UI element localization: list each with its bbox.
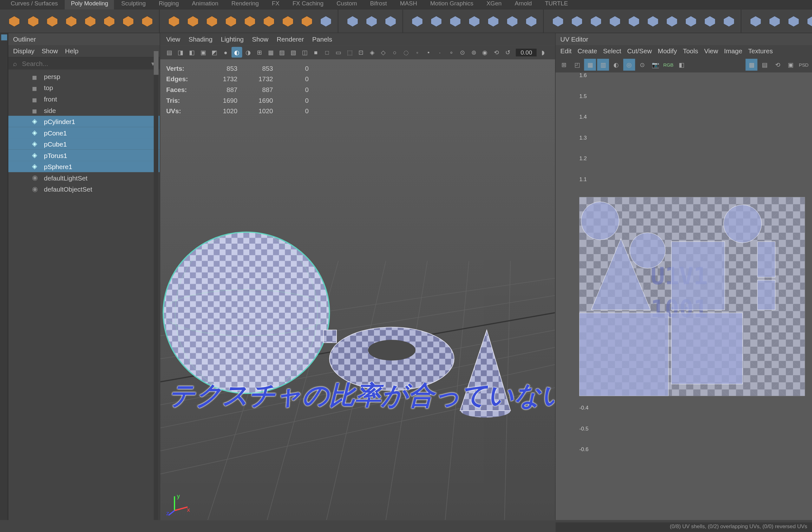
poly-plane-icon[interactable] bbox=[101, 13, 117, 29]
vp-toolbar-end-icon[interactable]: ◗ bbox=[537, 47, 548, 58]
sculpt-smooth-icon[interactable] bbox=[766, 13, 783, 29]
toolbox-item[interactable] bbox=[1, 34, 7, 41]
collapse-icon[interactable] bbox=[607, 13, 623, 29]
uv-bake-icon[interactable]: ▣ bbox=[785, 59, 796, 70]
outliner-item-pcube1[interactable]: pCube1 bbox=[8, 138, 160, 150]
poly-cube-icon[interactable] bbox=[25, 13, 42, 29]
outliner-item-ptorus1[interactable]: pTorus1 bbox=[8, 150, 160, 161]
workspace-tab-fx[interactable]: FX bbox=[266, 0, 285, 10]
vp-toolbar-icon-7[interactable]: ◑ bbox=[243, 47, 253, 58]
vp-toolbar-icon-9[interactable]: ▦ bbox=[265, 47, 276, 58]
vp-toolbar-icon-19[interactable]: ◇ bbox=[378, 47, 389, 58]
viewport-menu-view[interactable]: View bbox=[166, 35, 180, 43]
uv-checker-icon[interactable]: ▩ bbox=[745, 59, 757, 70]
poly-cone-icon[interactable] bbox=[63, 13, 79, 29]
detach-icon[interactable] bbox=[644, 13, 661, 29]
uv-canvas[interactable]: 1.61.51.41.31.21.110-0.1-0.2-0.3-0.4-0.5… bbox=[556, 72, 812, 520]
uv-psd-icon[interactable]: PSD bbox=[798, 59, 810, 70]
vp-toolbar-icon-22[interactable]: ◦ bbox=[412, 47, 423, 58]
vp-toolbar-icon-18[interactable]: ◈ bbox=[367, 47, 377, 58]
vp-toolbar-icon-15[interactable]: ▭ bbox=[333, 47, 344, 58]
vp-toolbar-icon-0[interactable]: ▤ bbox=[164, 47, 174, 58]
connect-icon[interactable] bbox=[625, 13, 642, 29]
workspace-tab-curves-surfaces[interactable]: Curves / Surfaces bbox=[5, 0, 64, 10]
uv-rgb-icon[interactable]: RGB bbox=[662, 59, 674, 70]
subd-level-down-icon[interactable] bbox=[523, 13, 539, 29]
outliner-menu-show[interactable]: Show bbox=[42, 47, 58, 55]
outliner-item-pcylinder1[interactable]: pCylinder1 bbox=[8, 116, 160, 127]
smooth-icon[interactable] bbox=[447, 13, 463, 29]
workspace-tab-mash[interactable]: MASH bbox=[394, 0, 423, 10]
poly-disc-icon[interactable] bbox=[120, 13, 136, 29]
vp-toolbar-icon-8[interactable]: ⊞ bbox=[254, 47, 265, 58]
poly-soccer-icon[interactable] bbox=[261, 13, 277, 29]
snap-to-grid-icon[interactable] bbox=[363, 13, 380, 29]
vp-toolbar-icon-4[interactable]: ◩ bbox=[209, 47, 220, 58]
poly-platonic-icon[interactable] bbox=[139, 13, 156, 29]
uv-menu-edit[interactable]: Edit bbox=[561, 47, 571, 55]
poly-cylinder-icon[interactable] bbox=[44, 13, 60, 29]
poly-superellipse-icon[interactable] bbox=[279, 13, 296, 29]
svg-tool-icon[interactable] bbox=[318, 13, 334, 29]
workspace-tab-xgen[interactable]: XGen bbox=[480, 0, 508, 10]
create-construction-plane-icon[interactable] bbox=[344, 13, 361, 29]
vp-toolbar-icon-23[interactable]: • bbox=[423, 47, 434, 58]
outliner-item-psphere1[interactable]: pSphere1 bbox=[8, 161, 160, 172]
uv-grid-icon[interactable]: ▦ bbox=[584, 59, 596, 70]
workspace-tab-animation[interactable]: Animation bbox=[186, 0, 224, 10]
vp-toolbar-icon-20[interactable]: ○ bbox=[390, 47, 400, 58]
uv-reload-icon[interactable]: ⟲ bbox=[772, 59, 783, 70]
uv-distort-icon[interactable]: ▤ bbox=[759, 59, 770, 70]
vp-toolbar-icon-6[interactable]: ◐ bbox=[232, 47, 242, 58]
outliner-item-top[interactable]: top bbox=[8, 82, 160, 93]
vp-toolbar-icon-5[interactable]: ● bbox=[220, 47, 231, 58]
bevel-icon[interactable] bbox=[588, 13, 604, 29]
vp-toolbar-icon-28[interactable]: ◉ bbox=[480, 47, 490, 58]
merge-icon[interactable] bbox=[664, 13, 680, 29]
vp-toolbar-icon-21[interactable]: ◌ bbox=[401, 47, 411, 58]
workspace-tab-bifrost[interactable]: Bifrost bbox=[364, 0, 393, 10]
vp-toolbar-icon-26[interactable]: ⊙ bbox=[457, 47, 468, 58]
poly-helix-icon[interactable] bbox=[223, 13, 239, 29]
uv-menu-modify[interactable]: Modify bbox=[658, 47, 677, 55]
uv-menu-select[interactable]: Select bbox=[603, 47, 621, 55]
uv-snapshot-icon[interactable]: 📷 bbox=[649, 59, 661, 70]
quadrangulate-icon[interactable] bbox=[721, 13, 737, 29]
vp-toolbar-icon-29[interactable]: ⟲ bbox=[491, 47, 502, 58]
uv-menu-cut-sew[interactable]: Cut/Sew bbox=[627, 47, 652, 55]
vp-toolbar-icon-14[interactable]: □ bbox=[322, 47, 332, 58]
vp-toolbar-icon-17[interactable]: ⊡ bbox=[356, 47, 366, 58]
workspace-tab-rigging[interactable]: Rigging bbox=[153, 0, 185, 10]
viewport-menu-lighting[interactable]: Lighting bbox=[221, 35, 244, 43]
uv-iso-icon[interactable]: ⊙ bbox=[636, 59, 648, 70]
search-input[interactable] bbox=[20, 59, 149, 68]
vp-toolbar-icon-25[interactable]: ∘ bbox=[446, 47, 456, 58]
subd-proxy-icon[interactable] bbox=[485, 13, 502, 29]
combine-icon[interactable] bbox=[409, 13, 425, 29]
coords-icon[interactable] bbox=[382, 13, 399, 29]
workspace-tab-turtle[interactable]: TURTLE bbox=[539, 0, 574, 10]
uv-menu-tools[interactable]: Tools bbox=[683, 47, 698, 55]
uv-menu-image[interactable]: Image bbox=[724, 47, 742, 55]
vp-toolbar-icon-3[interactable]: ▣ bbox=[198, 47, 208, 58]
subd-level-up-icon[interactable] bbox=[504, 13, 521, 29]
vp-toolbar-icon-12[interactable]: ◫ bbox=[299, 47, 310, 58]
vp-toolbar-icon-10[interactable]: ▨ bbox=[277, 47, 287, 58]
viewport-menu-renderer[interactable]: Renderer bbox=[277, 35, 304, 43]
poly-pipe-icon[interactable] bbox=[204, 13, 220, 29]
vp-toolbar-icon-13[interactable]: ■ bbox=[310, 47, 321, 58]
vp-toolbar-icon-24[interactable]: · bbox=[435, 47, 445, 58]
uv-menu-textures[interactable]: Textures bbox=[748, 47, 773, 55]
viewport-menu-show[interactable]: Show bbox=[252, 35, 269, 43]
workspace-tab-fx-caching[interactable]: FX Caching bbox=[287, 0, 329, 10]
vp-toolbar-icon-27[interactable]: ⊚ bbox=[468, 47, 479, 58]
viewport-canvas[interactable]: Verts:8538530Edges:173217320Faces:887887… bbox=[160, 59, 555, 520]
outliner-item-defaultlightset[interactable]: defaultLightSet bbox=[8, 172, 160, 184]
vp-toolbar-icon-30[interactable]: ↺ bbox=[502, 47, 513, 58]
outliner-item-persp[interactable]: persp bbox=[8, 71, 160, 82]
workspace-tab-arnold[interactable]: Arnold bbox=[509, 0, 538, 10]
workspace-tab-rendering[interactable]: Rendering bbox=[226, 0, 265, 10]
scrollbar[interactable] bbox=[154, 51, 159, 520]
bridge-icon[interactable] bbox=[569, 13, 585, 29]
outliner-item-front[interactable]: front bbox=[8, 93, 160, 105]
